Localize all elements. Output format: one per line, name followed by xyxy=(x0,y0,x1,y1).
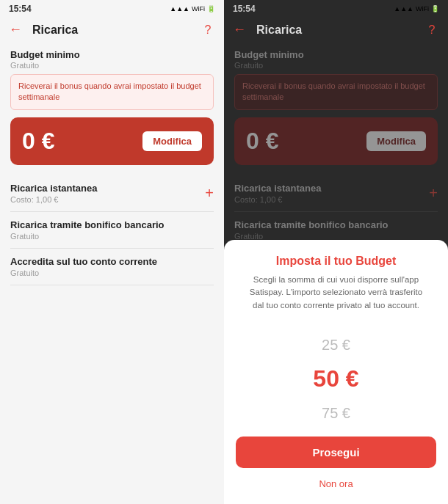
wifi-icon: WiFi xyxy=(192,5,205,12)
alert-text-left: Riceverai il bonus quando avrai impostat… xyxy=(18,81,206,103)
list-item-sub-2: Gratuito xyxy=(10,269,157,277)
list-item-title-2: Accredita sul tuo conto corrente xyxy=(10,256,157,267)
list-item-sub-0: Costo: 1,00 € xyxy=(10,195,98,204)
list-item-text-1: Ricarica tramite bonifico bancario Gratu… xyxy=(10,219,165,241)
budget-amount-left: 0 € xyxy=(22,128,54,155)
back-button-left[interactable]: ← xyxy=(9,22,26,37)
picker-item-3[interactable]: 75 € xyxy=(236,395,436,431)
list-item-right-0: Ricarica istantanea Costo: 1,00 € + xyxy=(234,175,438,212)
list-item-text-2: Accredita sul tuo conto corrente Gratuit… xyxy=(10,256,157,277)
battery-icon: 🔋 xyxy=(207,5,215,12)
time-left: 15:54 xyxy=(9,4,32,14)
picker-item-2[interactable]: 50 € xyxy=(236,362,436,395)
left-panel: 15:54 ▲▲▲ WiFi 🔋 ← Ricarica ? Budget min… xyxy=(0,0,224,504)
budget-subtitle-right: Gratuito xyxy=(234,61,438,70)
overlay-title-highlight: Budget xyxy=(355,255,396,267)
alert-box-right: Riceverai il bonus quando avrai impostat… xyxy=(234,74,438,110)
modifica-button-left[interactable]: Modifica xyxy=(142,131,202,151)
time-right: 15:54 xyxy=(233,4,256,14)
budget-title-left: Budget minimo xyxy=(10,49,214,60)
overlay-title: Imposta il tuo Budget xyxy=(276,255,397,268)
list-item-title-0: Ricarica istantanea xyxy=(10,183,98,194)
signal-icon-right: ▲▲▲ xyxy=(394,5,413,12)
list-item-2: Accredita sul tuo conto corrente Gratuit… xyxy=(10,249,214,285)
list-item-title-1: Ricarica tramite bonifico bancario xyxy=(10,219,165,230)
status-bar-right: 15:54 ▲▲▲ WiFi 🔋 xyxy=(224,0,448,18)
plus-icon-right-0[interactable]: + xyxy=(429,185,438,202)
list-item-text-0: Ricarica istantanea Costo: 1,00 € xyxy=(10,183,98,204)
prosegui-button[interactable]: Prosegui xyxy=(236,437,436,468)
help-button-left[interactable]: ? xyxy=(200,23,215,37)
content-left: Budget minimo Gratuito Riceverai il bonu… xyxy=(0,42,224,504)
top-bar-right: ← Ricarica ? xyxy=(224,18,448,42)
budget-picker[interactable]: 0 € 25 € 50 € 75 € 100 € xyxy=(236,322,436,437)
page-title-left: Ricarica xyxy=(26,23,200,37)
list-item-0: Ricarica istantanea Costo: 1,00 € + xyxy=(10,175,214,212)
plus-icon-0[interactable]: + xyxy=(205,185,214,202)
picker-item-0[interactable]: 0 € xyxy=(236,322,436,328)
list-item-1: Ricarica tramite bonifico bancario Gratu… xyxy=(10,212,214,249)
battery-icon-right: 🔋 xyxy=(431,5,439,12)
status-bar-left: 15:54 ▲▲▲ WiFi 🔋 xyxy=(0,0,224,18)
help-button-right[interactable]: ? xyxy=(424,23,439,37)
budget-box-right: 0 € Modifica xyxy=(234,117,438,165)
list-item-sub-1: Gratuito xyxy=(10,232,165,241)
budget-subtitle-left: Gratuito xyxy=(10,61,214,70)
non-ora-button[interactable]: Non ora xyxy=(319,475,353,492)
signal-icon: ▲▲▲ xyxy=(170,5,189,12)
picker-item-4[interactable]: 100 € xyxy=(236,431,436,437)
top-bar-left: ← Ricarica ? xyxy=(0,18,224,42)
status-icons-right: ▲▲▲ WiFi 🔋 xyxy=(394,5,439,12)
status-icons-left: ▲▲▲ WiFi 🔋 xyxy=(170,5,215,12)
right-panel: 15:54 ▲▲▲ WiFi 🔋 ← Ricarica ? Budget min… xyxy=(224,0,448,504)
alert-text-right: Riceverai il bonus quando avrai impostat… xyxy=(242,81,430,103)
budget-overlay: Imposta il tuo Budget Scegli la somma di… xyxy=(224,240,448,504)
wifi-icon-right: WiFi xyxy=(416,5,429,12)
overlay-title-prefix: Imposta il tuo xyxy=(276,255,355,267)
budget-amount-right: 0 € xyxy=(246,128,278,155)
picker-item-1[interactable]: 25 € xyxy=(236,327,436,362)
page-title-right: Ricarica xyxy=(250,23,424,37)
budget-title-right: Budget minimo xyxy=(234,49,438,60)
modifica-button-right[interactable]: Modifica xyxy=(366,131,426,151)
back-button-right[interactable]: ← xyxy=(233,22,250,37)
overlay-description: Scegli la somma di cui vuoi disporre sul… xyxy=(245,274,428,312)
alert-box-left: Riceverai il bonus quando avrai impostat… xyxy=(10,74,214,110)
budget-box-left: 0 € Modifica xyxy=(10,117,214,165)
